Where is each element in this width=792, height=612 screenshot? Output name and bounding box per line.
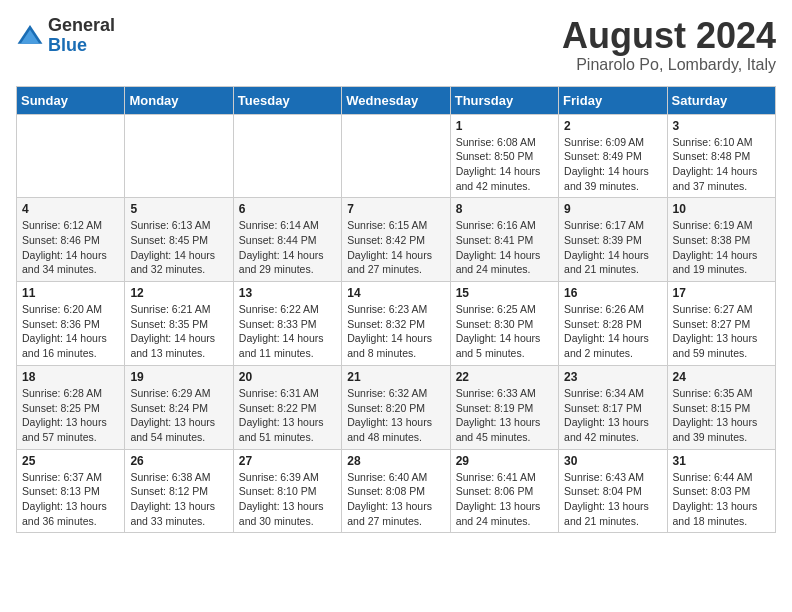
day-number: 11 bbox=[22, 286, 119, 300]
day-number: 29 bbox=[456, 454, 553, 468]
day-info: Sunrise: 6:25 AM Sunset: 8:30 PM Dayligh… bbox=[456, 302, 553, 361]
day-number: 1 bbox=[456, 119, 553, 133]
day-number: 13 bbox=[239, 286, 336, 300]
day-info: Sunrise: 6:19 AM Sunset: 8:38 PM Dayligh… bbox=[673, 218, 770, 277]
page-header: General Blue August 2024 Pinarolo Po, Lo… bbox=[16, 16, 776, 74]
day-info: Sunrise: 6:39 AM Sunset: 8:10 PM Dayligh… bbox=[239, 470, 336, 529]
calendar-cell: 27Sunrise: 6:39 AM Sunset: 8:10 PM Dayli… bbox=[233, 449, 341, 533]
day-number: 23 bbox=[564, 370, 661, 384]
day-number: 15 bbox=[456, 286, 553, 300]
calendar-cell: 13Sunrise: 6:22 AM Sunset: 8:33 PM Dayli… bbox=[233, 282, 341, 366]
day-number: 4 bbox=[22, 202, 119, 216]
day-number: 31 bbox=[673, 454, 770, 468]
calendar-cell: 12Sunrise: 6:21 AM Sunset: 8:35 PM Dayli… bbox=[125, 282, 233, 366]
calendar-cell: 7Sunrise: 6:15 AM Sunset: 8:42 PM Daylig… bbox=[342, 198, 450, 282]
weekday-header-monday: Monday bbox=[125, 86, 233, 114]
calendar-cell: 22Sunrise: 6:33 AM Sunset: 8:19 PM Dayli… bbox=[450, 365, 558, 449]
calendar-header: SundayMondayTuesdayWednesdayThursdayFrid… bbox=[17, 86, 776, 114]
day-number: 16 bbox=[564, 286, 661, 300]
day-info: Sunrise: 6:31 AM Sunset: 8:22 PM Dayligh… bbox=[239, 386, 336, 445]
location-text: Pinarolo Po, Lombardy, Italy bbox=[562, 56, 776, 74]
day-number: 18 bbox=[22, 370, 119, 384]
calendar-cell bbox=[17, 114, 125, 198]
day-number: 19 bbox=[130, 370, 227, 384]
day-info: Sunrise: 6:22 AM Sunset: 8:33 PM Dayligh… bbox=[239, 302, 336, 361]
day-number: 25 bbox=[22, 454, 119, 468]
calendar-cell bbox=[233, 114, 341, 198]
day-number: 8 bbox=[456, 202, 553, 216]
calendar-cell: 11Sunrise: 6:20 AM Sunset: 8:36 PM Dayli… bbox=[17, 282, 125, 366]
day-info: Sunrise: 6:09 AM Sunset: 8:49 PM Dayligh… bbox=[564, 135, 661, 194]
logo: General Blue bbox=[16, 16, 115, 56]
weekday-header-wednesday: Wednesday bbox=[342, 86, 450, 114]
day-info: Sunrise: 6:08 AM Sunset: 8:50 PM Dayligh… bbox=[456, 135, 553, 194]
calendar-cell: 15Sunrise: 6:25 AM Sunset: 8:30 PM Dayli… bbox=[450, 282, 558, 366]
day-number: 30 bbox=[564, 454, 661, 468]
day-info: Sunrise: 6:12 AM Sunset: 8:46 PM Dayligh… bbox=[22, 218, 119, 277]
calendar-cell: 29Sunrise: 6:41 AM Sunset: 8:06 PM Dayli… bbox=[450, 449, 558, 533]
day-info: Sunrise: 6:26 AM Sunset: 8:28 PM Dayligh… bbox=[564, 302, 661, 361]
calendar-cell: 23Sunrise: 6:34 AM Sunset: 8:17 PM Dayli… bbox=[559, 365, 667, 449]
logo-general-text: General bbox=[48, 16, 115, 36]
day-number: 28 bbox=[347, 454, 444, 468]
day-info: Sunrise: 6:20 AM Sunset: 8:36 PM Dayligh… bbox=[22, 302, 119, 361]
logo-icon bbox=[16, 22, 44, 50]
day-number: 14 bbox=[347, 286, 444, 300]
calendar-cell: 9Sunrise: 6:17 AM Sunset: 8:39 PM Daylig… bbox=[559, 198, 667, 282]
calendar-cell: 18Sunrise: 6:28 AM Sunset: 8:25 PM Dayli… bbox=[17, 365, 125, 449]
day-info: Sunrise: 6:33 AM Sunset: 8:19 PM Dayligh… bbox=[456, 386, 553, 445]
weekday-header-sunday: Sunday bbox=[17, 86, 125, 114]
calendar-body: 1Sunrise: 6:08 AM Sunset: 8:50 PM Daylig… bbox=[17, 114, 776, 533]
calendar-cell: 24Sunrise: 6:35 AM Sunset: 8:15 PM Dayli… bbox=[667, 365, 775, 449]
calendar-cell: 17Sunrise: 6:27 AM Sunset: 8:27 PM Dayli… bbox=[667, 282, 775, 366]
calendar-cell: 31Sunrise: 6:44 AM Sunset: 8:03 PM Dayli… bbox=[667, 449, 775, 533]
calendar-table: SundayMondayTuesdayWednesdayThursdayFrid… bbox=[16, 86, 776, 534]
day-number: 24 bbox=[673, 370, 770, 384]
day-info: Sunrise: 6:34 AM Sunset: 8:17 PM Dayligh… bbox=[564, 386, 661, 445]
calendar-cell: 3Sunrise: 6:10 AM Sunset: 8:48 PM Daylig… bbox=[667, 114, 775, 198]
calendar-week-1: 1Sunrise: 6:08 AM Sunset: 8:50 PM Daylig… bbox=[17, 114, 776, 198]
day-number: 5 bbox=[130, 202, 227, 216]
day-number: 20 bbox=[239, 370, 336, 384]
day-info: Sunrise: 6:13 AM Sunset: 8:45 PM Dayligh… bbox=[130, 218, 227, 277]
day-number: 9 bbox=[564, 202, 661, 216]
day-info: Sunrise: 6:27 AM Sunset: 8:27 PM Dayligh… bbox=[673, 302, 770, 361]
day-info: Sunrise: 6:17 AM Sunset: 8:39 PM Dayligh… bbox=[564, 218, 661, 277]
day-info: Sunrise: 6:37 AM Sunset: 8:13 PM Dayligh… bbox=[22, 470, 119, 529]
day-number: 7 bbox=[347, 202, 444, 216]
weekday-header-tuesday: Tuesday bbox=[233, 86, 341, 114]
day-number: 12 bbox=[130, 286, 227, 300]
calendar-cell: 16Sunrise: 6:26 AM Sunset: 8:28 PM Dayli… bbox=[559, 282, 667, 366]
day-info: Sunrise: 6:44 AM Sunset: 8:03 PM Dayligh… bbox=[673, 470, 770, 529]
month-title: August 2024 bbox=[562, 16, 776, 56]
day-number: 10 bbox=[673, 202, 770, 216]
day-info: Sunrise: 6:41 AM Sunset: 8:06 PM Dayligh… bbox=[456, 470, 553, 529]
day-number: 22 bbox=[456, 370, 553, 384]
calendar-cell: 5Sunrise: 6:13 AM Sunset: 8:45 PM Daylig… bbox=[125, 198, 233, 282]
day-info: Sunrise: 6:16 AM Sunset: 8:41 PM Dayligh… bbox=[456, 218, 553, 277]
day-number: 6 bbox=[239, 202, 336, 216]
day-number: 2 bbox=[564, 119, 661, 133]
day-info: Sunrise: 6:38 AM Sunset: 8:12 PM Dayligh… bbox=[130, 470, 227, 529]
day-info: Sunrise: 6:14 AM Sunset: 8:44 PM Dayligh… bbox=[239, 218, 336, 277]
calendar-cell: 4Sunrise: 6:12 AM Sunset: 8:46 PM Daylig… bbox=[17, 198, 125, 282]
calendar-cell: 26Sunrise: 6:38 AM Sunset: 8:12 PM Dayli… bbox=[125, 449, 233, 533]
weekday-header-thursday: Thursday bbox=[450, 86, 558, 114]
day-number: 17 bbox=[673, 286, 770, 300]
calendar-cell: 20Sunrise: 6:31 AM Sunset: 8:22 PM Dayli… bbox=[233, 365, 341, 449]
day-info: Sunrise: 6:15 AM Sunset: 8:42 PM Dayligh… bbox=[347, 218, 444, 277]
day-info: Sunrise: 6:10 AM Sunset: 8:48 PM Dayligh… bbox=[673, 135, 770, 194]
day-info: Sunrise: 6:28 AM Sunset: 8:25 PM Dayligh… bbox=[22, 386, 119, 445]
day-number: 26 bbox=[130, 454, 227, 468]
calendar-cell bbox=[125, 114, 233, 198]
calendar-cell: 21Sunrise: 6:32 AM Sunset: 8:20 PM Dayli… bbox=[342, 365, 450, 449]
calendar-cell bbox=[342, 114, 450, 198]
calendar-cell: 30Sunrise: 6:43 AM Sunset: 8:04 PM Dayli… bbox=[559, 449, 667, 533]
day-number: 3 bbox=[673, 119, 770, 133]
weekday-header-friday: Friday bbox=[559, 86, 667, 114]
calendar-cell: 25Sunrise: 6:37 AM Sunset: 8:13 PM Dayli… bbox=[17, 449, 125, 533]
calendar-week-4: 18Sunrise: 6:28 AM Sunset: 8:25 PM Dayli… bbox=[17, 365, 776, 449]
day-info: Sunrise: 6:43 AM Sunset: 8:04 PM Dayligh… bbox=[564, 470, 661, 529]
weekday-header-row: SundayMondayTuesdayWednesdayThursdayFrid… bbox=[17, 86, 776, 114]
day-info: Sunrise: 6:23 AM Sunset: 8:32 PM Dayligh… bbox=[347, 302, 444, 361]
